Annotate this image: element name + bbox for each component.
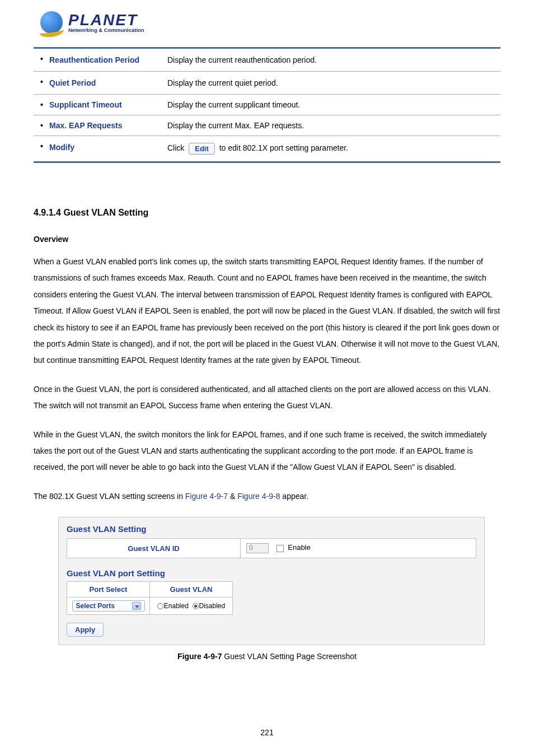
page-number: 221 [0,728,534,737]
col-guest-vlan: Guest VLAN [150,582,233,598]
row-value: Display the current reauthentication per… [160,48,500,72]
modify-prefix: Click [167,143,184,152]
overview-heading: Overview [34,235,500,244]
chevron-down-icon [132,602,141,610]
figure-text: Guest VLAN Setting Page Screenshot [222,652,356,661]
globe-icon [39,10,65,36]
row-label: Reauthentication Period [34,48,160,72]
figure-number: Figure 4-9-7 [177,652,222,661]
apply-button[interactable]: Apply [67,623,104,637]
enable-label: Enable [288,544,310,552]
row-label: Supplicant Timeout [34,95,160,115]
parameter-table: Reauthentication Period Display the curr… [34,47,500,163]
panel-title-guest-vlan-port: Guest VLAN port Setting [67,568,476,578]
brand-name: PLANET [68,13,144,27]
radio-enabled-label: Enabled [164,602,189,610]
guest-vlan-id-label: Guest VLAN ID [67,539,241,558]
guest-vlan-radio-cell: Enabled Disabled [150,598,233,615]
select-ports-label: Select Ports [76,602,115,610]
radio-disabled[interactable] [193,603,199,609]
figure-link-497[interactable]: Figure 4-9-7 [185,492,228,501]
col-port-select: Port Select [67,582,150,598]
section-heading: 4.9.1.4 Guest VLAN Setting [34,208,500,218]
row-value: Display the current quiet period. [160,72,500,95]
figure-refs: The 802.1X Guest VLAN setting screens in… [34,488,500,505]
modify-suffix: to edit 802.1X port setting parameter. [219,143,348,152]
guest-vlan-port-table: Port Select Guest VLAN Select Ports Enab… [67,581,233,615]
refs-suffix: appear. [280,492,308,501]
select-ports-dropdown[interactable]: Select Ports [72,600,145,612]
enable-checkbox[interactable] [277,545,284,552]
overview-para-2: Once in the Guest VLAN, the port is cons… [34,381,500,414]
port-select-cell: Select Ports [67,598,150,615]
guest-vlan-id-input[interactable]: 0 [246,543,269,553]
guest-vlan-id-cell: 0 Enable [241,539,476,558]
brand-tagline: Networking & Communication [68,27,144,33]
guest-vlan-panel: Guest VLAN Setting Guest VLAN ID 0 Enabl… [58,517,485,645]
row-value: Display the current supplicant timeout. [160,95,500,115]
overview-para-1: When a Guest VLAN enabled port's link co… [34,254,500,369]
row-label: Modify [34,136,160,162]
row-value: Click Edit to edit 802.1X port setting p… [160,136,500,162]
edit-button[interactable]: Edit [189,143,215,155]
figure-link-498[interactable]: Figure 4-9-8 [237,492,280,501]
panel-title-guest-vlan-setting: Guest VLAN Setting [67,524,476,534]
refs-prefix: The 802.1X Guest VLAN setting screens in [34,492,185,501]
overview-para-3: While in the Guest VLAN, the switch moni… [34,427,500,476]
guest-vlan-id-table: Guest VLAN ID 0 Enable [67,538,476,558]
brand-logo: PLANET Networking & Communication [39,10,500,36]
row-label: Max. EAP Requests [34,115,160,136]
radio-disabled-label: Disabled [199,602,226,610]
refs-mid: & [228,492,237,501]
figure-caption: Figure 4-9-7 Guest VLAN Setting Page Scr… [34,652,500,661]
row-value: Display the current Max. EAP requests. [160,115,500,136]
row-label: Quiet Period [34,72,160,95]
radio-enabled[interactable] [157,603,163,609]
